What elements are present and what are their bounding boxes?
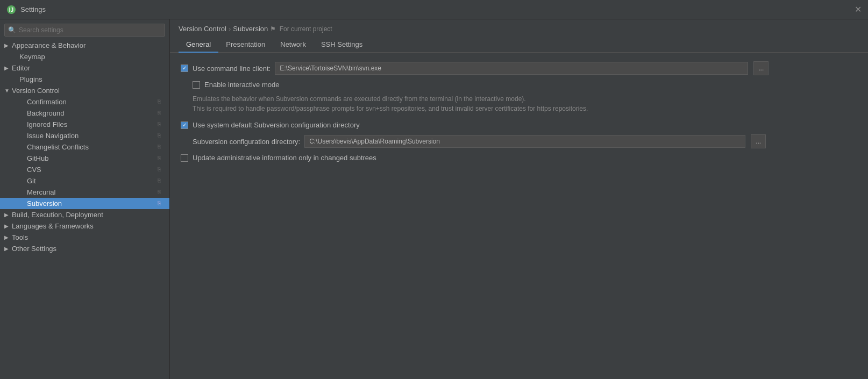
use-command-line-label: Use command line client: xyxy=(193,65,271,73)
arrow-icon: ▶ xyxy=(4,42,12,48)
description-text: Emulates the behavior when Subversion co… xyxy=(193,94,857,113)
sidebar-item-label: Languages & Frameworks xyxy=(12,222,165,230)
sidebar-item-label: Git xyxy=(27,177,158,185)
sidebar-item-cvs[interactable]: CVS⎘ xyxy=(0,164,169,175)
search-input[interactable] xyxy=(4,24,165,37)
sidebar-item-label: Issue Navigation xyxy=(27,132,158,140)
arrow-icon: ▶ xyxy=(4,246,12,252)
sidebar-item-version-control[interactable]: ▼Version Control xyxy=(0,85,169,96)
sidebar-item-label: Appearance & Behavior xyxy=(12,41,165,49)
copy-icon: ⎘ xyxy=(158,98,165,106)
sidebar-item-label: Build, Execution, Deployment xyxy=(12,211,165,219)
tab-presentation[interactable]: Presentation xyxy=(218,37,273,53)
sidebar-item-label: Other Settings xyxy=(12,245,165,253)
sidebar-item-label: Version Control xyxy=(12,87,165,95)
breadcrumb-sep: › xyxy=(229,25,231,33)
sidebar-item-label: Confirmation xyxy=(27,98,158,106)
app-icon: IJ xyxy=(6,5,16,15)
sidebar-item-editor[interactable]: ▶Editor xyxy=(0,62,169,74)
update-administrative-label: Update administrative information only i… xyxy=(193,154,376,162)
copy-icon: ⎘ xyxy=(158,189,165,196)
tab-general[interactable]: General xyxy=(179,37,218,53)
sidebar: 🔍 ▶Appearance & BehaviorKeymap▶EditorPlu… xyxy=(0,19,170,379)
copy-icon: ⎘ xyxy=(158,144,165,151)
project-icon: ⚑ xyxy=(270,25,276,33)
sidebar-item-label: Subversion xyxy=(27,199,158,208)
breadcrumb-project: ⚑ For current project xyxy=(270,25,332,33)
settings-panel: ✓ Use command line client: ... Enable in… xyxy=(170,53,868,379)
sidebar-item-confirmation[interactable]: Confirmation⎘ xyxy=(0,96,169,108)
sidebar-item-label: Mercurial xyxy=(27,188,158,196)
update-administrative-checkbox[interactable] xyxy=(181,154,188,162)
copy-icon: ⎘ xyxy=(158,121,165,128)
command-line-browse-button[interactable]: ... xyxy=(753,61,769,75)
use-command-line-row: ✓ Use command line client: ... xyxy=(181,61,857,75)
sidebar-item-label: Plugins xyxy=(19,75,165,83)
arrow-icon: ▶ xyxy=(4,212,12,218)
arrow-icon: ▶ xyxy=(4,234,12,240)
config-directory-browse-button[interactable]: ... xyxy=(751,134,766,148)
sidebar-item-keymap[interactable]: Keymap xyxy=(0,51,169,62)
sidebar-item-git[interactable]: Git⎘ xyxy=(0,175,169,187)
arrow-icon: ▶ xyxy=(4,223,12,229)
breadcrumb: Version Control › Subversion ⚑ For curre… xyxy=(170,19,868,37)
sidebar-item-label: CVS xyxy=(27,166,158,174)
sidebar-item-tools[interactable]: ▶Tools xyxy=(0,232,169,243)
content-area: Version Control › Subversion ⚑ For curre… xyxy=(170,19,868,379)
sidebar-item-label: Editor xyxy=(12,64,165,72)
title-bar: IJ Settings ✕ xyxy=(0,0,868,19)
sidebar-item-subversion[interactable]: Subversion⎘ xyxy=(0,198,169,209)
svg-text:IJ: IJ xyxy=(9,7,13,13)
sidebar-item-plugins[interactable]: Plugins xyxy=(0,74,169,85)
sidebar-item-mercurial[interactable]: Mercurial⎘ xyxy=(0,187,169,198)
sidebar-item-github[interactable]: GitHub⎘ xyxy=(0,153,169,164)
sidebar-item-label: GitHub xyxy=(27,154,158,162)
sidebar-item-issue-navigation[interactable]: Issue Navigation⎘ xyxy=(0,130,169,141)
breadcrumb-project-label: For current project xyxy=(280,25,332,33)
search-box[interactable]: 🔍 xyxy=(4,24,165,37)
search-icon: 🔍 xyxy=(8,26,16,34)
checkmark: ✓ xyxy=(182,66,187,71)
copy-icon: ⎘ xyxy=(158,110,165,117)
title-bar-left: IJ Settings xyxy=(6,5,46,15)
tab-network[interactable]: Network xyxy=(273,37,314,53)
enable-interactive-label: Enable interactive mode xyxy=(204,81,279,89)
sidebar-item-label: Keymap xyxy=(19,53,165,61)
sidebar-item-other-settings[interactable]: ▶Other Settings xyxy=(0,243,169,254)
use-system-default-row: ✓ Use system default Subversion configur… xyxy=(181,121,857,129)
main-layout: 🔍 ▶Appearance & BehaviorKeymap▶EditorPlu… xyxy=(0,19,868,379)
enable-interactive-row: Enable interactive mode xyxy=(193,81,857,89)
command-line-path-input[interactable] xyxy=(275,62,748,75)
use-system-default-checkbox[interactable]: ✓ xyxy=(181,121,188,129)
sidebar-item-label: Ignored Files xyxy=(27,120,158,128)
sidebar-item-label: Tools xyxy=(12,233,165,241)
close-button[interactable]: ✕ xyxy=(854,6,862,13)
copy-icon: ⎘ xyxy=(158,177,165,185)
sidebar-item-changelist-conflicts[interactable]: Changelist Conflicts⎘ xyxy=(0,141,169,153)
sidebar-item-appearance-behavior[interactable]: ▶Appearance & Behavior xyxy=(0,40,169,51)
use-command-line-checkbox[interactable]: ✓ xyxy=(181,65,188,72)
copy-icon: ⎘ xyxy=(158,132,165,140)
config-directory-label: Subversion configuration directory: xyxy=(193,138,300,146)
sidebar-item-label: Changelist Conflicts xyxy=(27,143,158,151)
tab-ssh-settings[interactable]: SSH Settings xyxy=(314,37,370,53)
breadcrumb-part-0: Version Control xyxy=(179,25,226,33)
sidebar-item-ignored-files[interactable]: Ignored Files⎘ xyxy=(0,119,169,130)
sidebar-item-label: Background xyxy=(27,109,158,117)
use-system-default-label: Use system default Subversion configurat… xyxy=(193,121,360,129)
sidebar-item-languages-frameworks[interactable]: ▶Languages & Frameworks xyxy=(0,220,169,232)
copy-icon: ⎘ xyxy=(158,166,165,174)
breadcrumb-part-1: Subversion xyxy=(233,25,268,33)
arrow-icon: ▼ xyxy=(4,88,12,94)
sidebar-item-build-execution[interactable]: ▶Build, Execution, Deployment xyxy=(0,209,169,220)
copy-icon: ⎘ xyxy=(158,200,165,208)
update-administrative-row: Update administrative information only i… xyxy=(181,154,857,162)
sidebar-item-background[interactable]: Background⎘ xyxy=(0,108,169,119)
copy-icon: ⎘ xyxy=(158,155,165,162)
config-directory-input[interactable] xyxy=(304,135,745,148)
window-title: Settings xyxy=(20,5,46,13)
enable-interactive-checkbox[interactable] xyxy=(193,81,200,89)
tab-bar: GeneralPresentationNetworkSSH Settings xyxy=(170,37,868,53)
sidebar-tree: ▶Appearance & BehaviorKeymap▶EditorPlugi… xyxy=(0,40,169,379)
arrow-icon: ▶ xyxy=(4,65,12,71)
